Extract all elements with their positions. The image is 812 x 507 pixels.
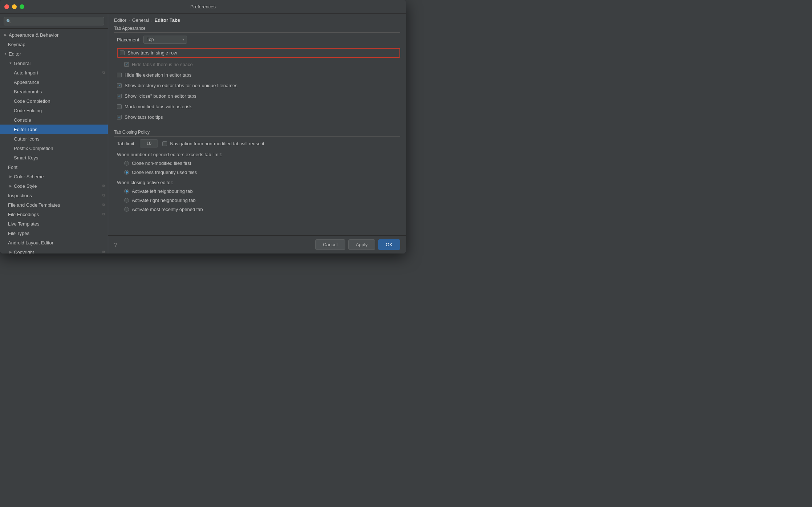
sidebar-item-general[interactable]: ▼ General	[0, 58, 108, 68]
maximize-button[interactable]	[20, 4, 24, 9]
tab-closing-policy-title: Tab Closing Policy	[114, 130, 400, 137]
sidebar-item-copyright[interactable]: ▶ Copyright ⧉	[0, 247, 108, 254]
sidebar-item-console[interactable]: Console	[0, 115, 108, 125]
hide-file-extension-checkbox[interactable]	[117, 73, 122, 77]
sidebar-item-font[interactable]: Font	[0, 162, 108, 172]
nav-non-modified-row: Navigation from non-modified tab will re…	[162, 140, 264, 147]
mark-modified-tabs-row: Mark modified tabs with asterisk	[117, 103, 400, 110]
tab-limit-row: Tab limit: Navigation from non-modified …	[117, 139, 400, 147]
search-container: 🔍	[0, 14, 108, 29]
breadcrumb: Editor › General › Editor Tabs	[108, 14, 406, 26]
apply-button[interactable]: Apply	[348, 239, 375, 250]
sidebar-item-appearance[interactable]: Appearance	[0, 77, 108, 87]
hide-tabs-no-space-label: Hide tabs if there is no space	[132, 62, 193, 67]
search-icon: 🔍	[6, 19, 11, 24]
breadcrumb-sep-2: ›	[151, 18, 153, 23]
hide-file-extension-label: Hide file extension in editor tabs	[125, 72, 191, 78]
breadcrumb-editor-tabs: Editor Tabs	[155, 17, 180, 23]
cancel-button[interactable]: Cancel	[315, 239, 345, 250]
hide-tabs-no-space-row: Hide tabs if there is no space	[117, 61, 400, 68]
nav-non-modified-label: Navigation from non-modified tab will re…	[170, 141, 264, 146]
tab-limit-input[interactable]	[140, 139, 158, 147]
show-tabs-single-row-checkbox[interactable]	[120, 50, 125, 55]
when-closing-label: When closing active editor:	[117, 180, 400, 185]
bottom-bar: ? Cancel Apply OK	[108, 235, 406, 254]
show-tabs-tooltips-checkbox[interactable]	[117, 115, 122, 119]
show-close-button-checkbox[interactable]	[117, 94, 122, 98]
breadcrumb-sep-1: ›	[129, 18, 130, 23]
help-icon[interactable]: ?	[114, 242, 117, 248]
search-wrapper: 🔍	[4, 17, 104, 25]
activate-most-recent-radio[interactable]	[124, 207, 129, 212]
sidebar-item-editor[interactable]: ▼ Editor	[0, 49, 108, 58]
show-tabs-single-row-row: Show tabs in single row	[117, 48, 400, 58]
arrow-icon: ▶	[8, 174, 13, 179]
hide-tabs-no-space-checkbox[interactable]	[124, 62, 129, 67]
sidebar-item-postfix-completion[interactable]: Postfix Completion	[0, 143, 108, 153]
sidebar-item-color-scheme[interactable]: ▶ Color Scheme	[0, 172, 108, 181]
activate-most-recent-label: Activate most recently opened tab	[132, 207, 203, 212]
arrow-icon: ▶	[3, 32, 8, 37]
sidebar-item-live-templates[interactable]: Live Templates	[0, 219, 108, 228]
mark-modified-tabs-label: Mark modified tabs with asterisk	[125, 104, 192, 109]
when-exceeds-label: When number of opened editors exceeds ta…	[117, 152, 400, 157]
show-directory-checkbox[interactable]	[117, 83, 122, 88]
mark-modified-tabs-checkbox[interactable]	[117, 104, 122, 109]
sidebar-item-breadcrumbs[interactable]: Breadcrumbs	[0, 87, 108, 96]
sidebar-item-code-folding[interactable]: Code Folding	[0, 106, 108, 115]
arrow-icon: ▶	[8, 183, 13, 188]
close-button[interactable]	[4, 4, 9, 9]
copy-icon: ⧉	[102, 212, 105, 216]
sidebar-item-appearance-behavior[interactable]: ▶ Appearance & Behavior	[0, 30, 108, 40]
activate-right-row: Activate right neighbouring tab	[124, 197, 400, 203]
sidebar-item-inspections[interactable]: Inspections ⧉	[0, 191, 108, 200]
breadcrumb-editor: Editor	[114, 17, 126, 23]
content-area: Editor › General › Editor Tabs Tab Appea…	[108, 14, 406, 254]
main-layout: 🔍 ▶ Appearance & Behavior Keymap ▼ Edito…	[0, 14, 406, 254]
close-less-frequently-radio[interactable]	[124, 170, 129, 175]
window-title: Preferences	[190, 4, 216, 9]
show-tabs-single-row-label: Show tabs in single row	[127, 50, 177, 56]
tab-appearance-section: Tab Appearance Placement: Top Bottom Lef…	[114, 26, 400, 121]
show-tabs-tooltips-row: Show tabs tooltips	[117, 113, 400, 121]
show-directory-label: Show directory in editor tabs for non-un…	[125, 83, 237, 88]
show-directory-row: Show directory in editor tabs for non-un…	[117, 82, 400, 89]
activate-left-radio[interactable]	[124, 189, 129, 194]
breadcrumb-general: General	[132, 17, 149, 23]
copy-icon: ⧉	[102, 250, 105, 254]
placement-label: Placement:	[117, 37, 141, 42]
arrow-icon: ▼	[3, 51, 8, 56]
close-non-modified-row: Close non-modified files first	[124, 160, 400, 166]
activate-right-radio[interactable]	[124, 198, 129, 203]
sidebar-item-editor-tabs[interactable]: Editor Tabs	[0, 125, 108, 134]
ok-button[interactable]: OK	[378, 239, 400, 250]
placement-dropdown[interactable]: Top Bottom Left Right None	[143, 36, 187, 44]
panel-content: Tab Appearance Placement: Top Bottom Lef…	[108, 26, 406, 235]
sidebar-item-android-layout-editor[interactable]: Android Layout Editor	[0, 238, 108, 247]
sidebar-item-file-encodings[interactable]: File Encodings ⧉	[0, 210, 108, 219]
sidebar-tree: ▶ Appearance & Behavior Keymap ▼ Editor …	[0, 29, 108, 254]
sidebar-item-code-style[interactable]: ▶ Code Style ⧉	[0, 181, 108, 191]
copy-icon: ⧉	[102, 70, 105, 75]
copy-icon: ⧉	[102, 184, 105, 188]
sidebar-item-smart-keys[interactable]: Smart Keys	[0, 153, 108, 162]
tab-closing-policy-section: Tab Closing Policy Tab limit: Navigation…	[114, 130, 400, 212]
activate-left-label: Activate left neighbouring tab	[132, 188, 193, 194]
hide-file-extension-row: Hide file extension in editor tabs	[117, 71, 400, 79]
close-non-modified-radio[interactable]	[124, 161, 129, 166]
copy-icon: ⧉	[102, 203, 105, 207]
close-non-modified-label: Close non-modified files first	[132, 161, 191, 166]
activate-right-label: Activate right neighbouring tab	[132, 198, 196, 203]
minimize-button[interactable]	[12, 4, 17, 9]
sidebar-item-keymap[interactable]: Keymap	[0, 40, 108, 49]
search-input[interactable]	[4, 17, 104, 25]
sidebar-item-gutter-icons[interactable]: Gutter Icons	[0, 134, 108, 143]
show-close-button-row: Show "close" button on editor tabs	[117, 92, 400, 100]
sidebar-item-auto-import[interactable]: Auto Import ⧉	[0, 68, 108, 77]
close-less-frequently-label: Close less frequently used files	[132, 170, 197, 175]
sidebar-item-code-completion[interactable]: Code Completion	[0, 96, 108, 106]
show-close-button-label: Show "close" button on editor tabs	[125, 93, 196, 99]
sidebar-item-file-types[interactable]: File Types	[0, 228, 108, 238]
sidebar-item-file-code-templates[interactable]: File and Code Templates ⧉	[0, 200, 108, 210]
nav-non-modified-checkbox[interactable]	[162, 141, 167, 146]
